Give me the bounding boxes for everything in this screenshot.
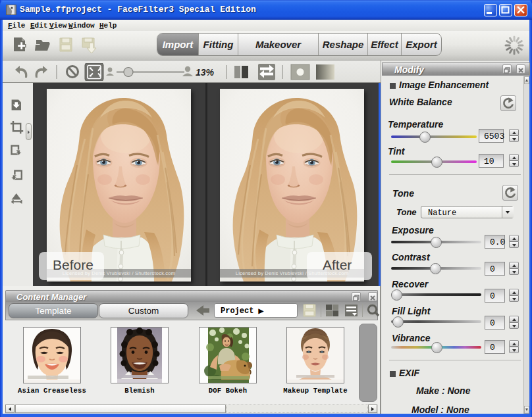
svg-text:13%: 13% bbox=[196, 67, 215, 78]
